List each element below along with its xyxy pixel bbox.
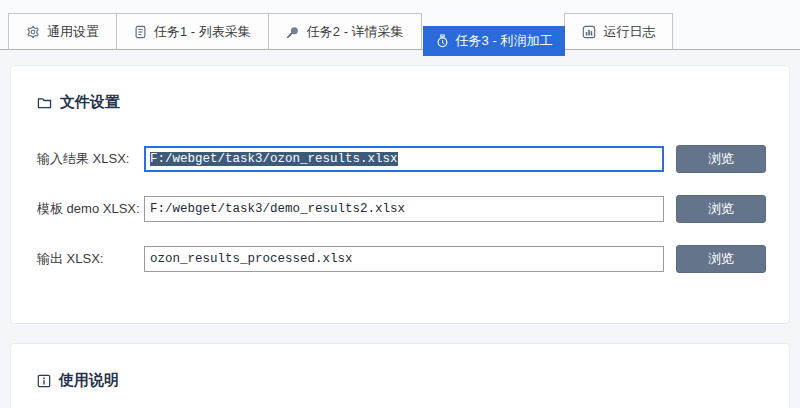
tab-label: 运行日志 [603,23,655,41]
tab-label: 任务1 - 列表采集 [154,23,251,41]
tab-run-log[interactable]: 运行日志 [564,13,673,49]
form-row-template-xlsx: 模板 demo XLSX: 浏览 [37,195,789,223]
list-icon [134,25,147,39]
tab-task1-list-collection[interactable]: 任务1 - 列表采集 [116,13,269,49]
browse-button-template[interactable]: 浏览 [676,195,766,223]
tab-general-settings[interactable]: 通用设置 [8,13,117,49]
usage-title: 使用说明 [11,344,789,390]
tab-bar: 通用设置 任务1 - 列表采集 任务2 - 详情采集 任务3 - 利润加工 运行… [0,0,800,50]
template-demo-xlsx-field[interactable] [144,196,664,222]
profit-icon [436,34,449,48]
card-title-text: 使用说明 [59,371,119,390]
folder-icon [37,96,52,110]
browse-button-output[interactable]: 浏览 [676,245,766,273]
browse-button-input[interactable]: 浏览 [676,145,766,173]
selected-text: F:/webget/task3/ozon_results.xlsx [150,152,398,166]
file-settings-form: 输入结果 XLSX: F:/webget/task3/ozon_results.… [37,145,789,273]
form-row-output-xlsx: 输出 XLSX: 浏览 [37,245,789,273]
output-xlsx-field[interactable] [144,246,664,272]
tab-label: 通用设置 [47,23,99,41]
search-icon [286,25,300,39]
tab-task2-detail-collection[interactable]: 任务2 - 详情采集 [268,13,422,49]
input-results-label: 输入结果 XLSX: [37,150,144,168]
info-icon [37,374,51,388]
tab-task3-profit-processing[interactable]: 任务3 - 利润加工 [423,26,566,56]
file-settings-title: 文件设置 [11,66,789,112]
template-demo-label: 模板 demo XLSX: [37,200,144,218]
gear-icon [26,25,40,39]
input-results-xlsx-field[interactable]: F:/webget/task3/ozon_results.xlsx [144,146,664,172]
card-title-text: 文件设置 [60,93,120,112]
file-settings-card: 文件设置 输入结果 XLSX: F:/webget/task3/ozon_res… [10,65,790,324]
bar-chart-icon [582,25,596,39]
usage-card: 使用说明 [10,343,790,408]
tab-label: 任务2 - 详情采集 [307,23,404,41]
output-xlsx-label: 输出 XLSX: [37,250,144,268]
tab-label: 任务3 - 利润加工 [456,32,553,50]
form-row-input-xlsx: 输入结果 XLSX: F:/webget/task3/ozon_results.… [37,145,789,173]
